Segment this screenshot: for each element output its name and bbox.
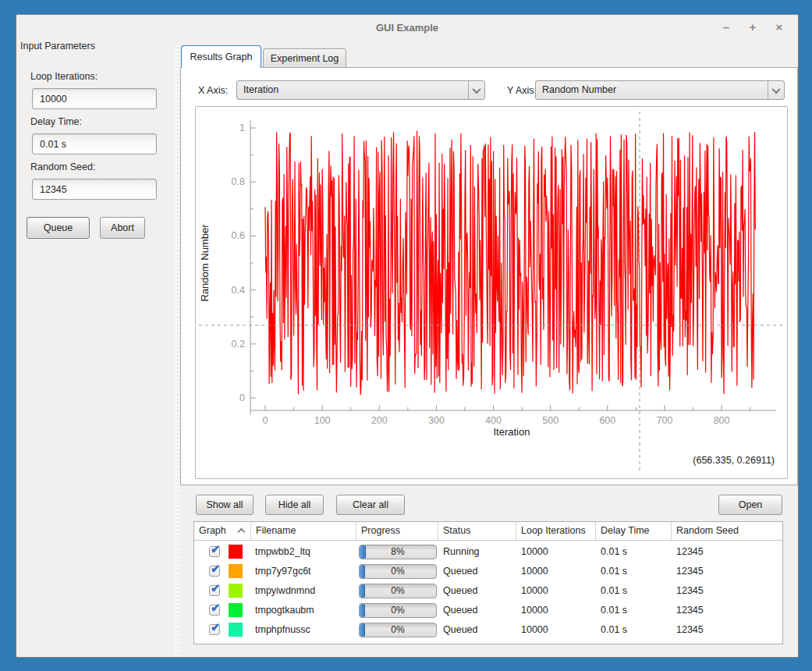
svg-text:600: 600 (599, 415, 615, 426)
table-row[interactable]: ✔tmpogtkaubm0%Queued100000.01 s12345 (194, 601, 782, 620)
y-axis-label: Y Axis: (507, 85, 537, 96)
window-controls: – + × (718, 20, 787, 35)
chevron-down-icon (771, 84, 780, 93)
svg-text:0.2: 0.2 (232, 339, 245, 350)
random-seed-label: Random Seed: (30, 162, 95, 172)
svg-text:300: 300 (428, 415, 445, 426)
column-header-graph[interactable]: Graph (194, 522, 251, 541)
trace-color-swatch (229, 623, 243, 637)
delay-time-label: Delay Time: (30, 116, 82, 127)
maximize-icon[interactable]: + (745, 20, 761, 35)
column-header-random-seed[interactable]: Random Seed (672, 522, 784, 541)
trace-color-swatch (229, 584, 243, 598)
column-header-filename[interactable]: Filename (251, 522, 356, 541)
table-row[interactable]: ✔tmphpfnussc0%Queued100000.01 s12345 (194, 620, 782, 640)
svg-text:400: 400 (485, 415, 502, 426)
hide-all-button[interactable]: Hide all (265, 495, 324, 515)
status-cell: Queued (443, 620, 516, 640)
clear-all-button[interactable]: Clear all (336, 495, 405, 515)
column-header-status[interactable]: Status (438, 522, 516, 541)
x-axis-title: Iteration (494, 426, 530, 438)
app-window: GUI Example – + × Input Parameters Loop … (16, 14, 799, 658)
delay-time-cell: 0.01 s (601, 601, 672, 620)
chevron-down-icon (472, 84, 480, 93)
column-header-loop-iterations[interactable]: Loop Iterations (516, 522, 596, 541)
progress-percent-label: 8% (360, 545, 436, 559)
svg-text:800: 800 (714, 415, 730, 426)
delay-time-cell: 0.01 s (601, 620, 672, 640)
y-axis-title: Random Number (199, 224, 211, 302)
desktop: { "window": { "title": "GUI Example", "c… (0, 0, 812, 671)
status-cell: Queued (443, 581, 516, 601)
progress-percent-label: 0% (360, 623, 436, 637)
sort-ascending-icon (238, 528, 246, 536)
abort-button[interactable]: Abort (100, 217, 145, 239)
minimize-icon[interactable]: – (718, 20, 734, 35)
progress-bar: 8% (359, 545, 437, 559)
table-row[interactable]: ✔tmpwbb2_ltq8%Running100000.01 s12345 (194, 542, 782, 562)
column-header-progress[interactable]: Progress (356, 522, 438, 541)
filename-cell: tmphpfnussc (255, 620, 355, 640)
svg-text:0.6: 0.6 (232, 230, 245, 241)
open-button[interactable]: Open (718, 495, 782, 515)
graph-visible-checkbox[interactable]: ✔ (209, 624, 220, 635)
table-row[interactable]: ✔tmp7y97gc6t0%Queued100000.01 s12345 (194, 562, 782, 581)
check-icon: ✔ (211, 620, 221, 634)
svg-text:0: 0 (263, 415, 268, 426)
random-seed-cell: 12345 (676, 562, 778, 581)
show-all-button[interactable]: Show all (196, 495, 254, 515)
loop-iterations-cell: 10000 (521, 601, 596, 620)
y-axis-selected-value: Random Number (542, 84, 616, 95)
check-icon: ✔ (211, 581, 221, 595)
svg-text:500: 500 (542, 415, 558, 426)
random-seed-field[interactable] (32, 179, 157, 200)
random-seed-cell: 12345 (676, 620, 778, 640)
progress-percent-label: 0% (360, 584, 436, 598)
table-row[interactable]: ✔tmpyiwdnmnd0%Queued100000.01 s12345 (194, 581, 782, 601)
plot-panel[interactable]: 00.20.40.60.810100200300400500600700800R… (195, 106, 788, 479)
progress-bar: 0% (359, 623, 437, 637)
window-title: GUI Example (16, 22, 798, 34)
progress-bar: 0% (359, 564, 437, 579)
title-bar[interactable]: GUI Example – + × (16, 15, 798, 41)
progress-bar: 0% (359, 603, 437, 618)
y-axis-combobox[interactable]: Random Number (535, 80, 785, 100)
progress-percent-label: 0% (360, 565, 436, 578)
data-series-line (265, 131, 755, 395)
delay-time-field[interactable] (32, 133, 157, 154)
graph-visible-checkbox[interactable]: ✔ (209, 585, 220, 596)
graph-visible-checkbox[interactable]: ✔ (209, 546, 220, 557)
check-icon: ✔ (211, 601, 221, 615)
loop-iterations-cell: 10000 (521, 581, 596, 601)
tab-experiment-log[interactable]: Experiment Log (263, 48, 346, 68)
graph-visible-checkbox[interactable]: ✔ (209, 605, 220, 616)
column-header-delay-time[interactable]: Delay Time (596, 522, 672, 541)
filename-cell: tmpwbb2_ltq (255, 542, 355, 562)
trace-color-swatch (229, 545, 243, 559)
svg-text:700: 700 (657, 415, 673, 426)
progress-bar: 0% (359, 584, 437, 598)
random-seed-cell: 12345 (676, 581, 778, 601)
svg-text:0: 0 (239, 392, 245, 403)
check-icon: ✔ (211, 542, 221, 556)
svg-text:0.8: 0.8 (232, 176, 245, 187)
close-icon[interactable]: × (771, 20, 787, 35)
filename-cell: tmpogtkaubm (255, 601, 355, 620)
random-seed-cell: 12345 (676, 542, 778, 562)
queue-button[interactable]: Queue (27, 217, 90, 239)
graph-visible-checkbox[interactable]: ✔ (209, 566, 220, 577)
loop-iterations-field[interactable] (32, 88, 157, 109)
loop-iterations-label: Loop Iterations: (30, 71, 98, 82)
x-axis-label: X Axis: (198, 85, 228, 96)
results-graph-page: X Axis: Iteration Y Axis: Random Number … (180, 67, 798, 485)
delay-time-cell: 0.01 s (601, 542, 672, 562)
status-cell: Queued (443, 601, 516, 620)
tab-results-graph[interactable]: Results Graph (181, 45, 261, 68)
splitter-handle[interactable] (174, 43, 179, 656)
delay-time-cell: 0.01 s (601, 581, 672, 601)
check-icon: ✔ (211, 562, 221, 576)
x-axis-combobox[interactable]: Iteration (236, 80, 485, 100)
table-header: GraphFilenameProgressStatusLoop Iteratio… (194, 522, 782, 541)
loop-iterations-cell: 10000 (521, 542, 596, 562)
svg-text:200: 200 (371, 415, 388, 426)
